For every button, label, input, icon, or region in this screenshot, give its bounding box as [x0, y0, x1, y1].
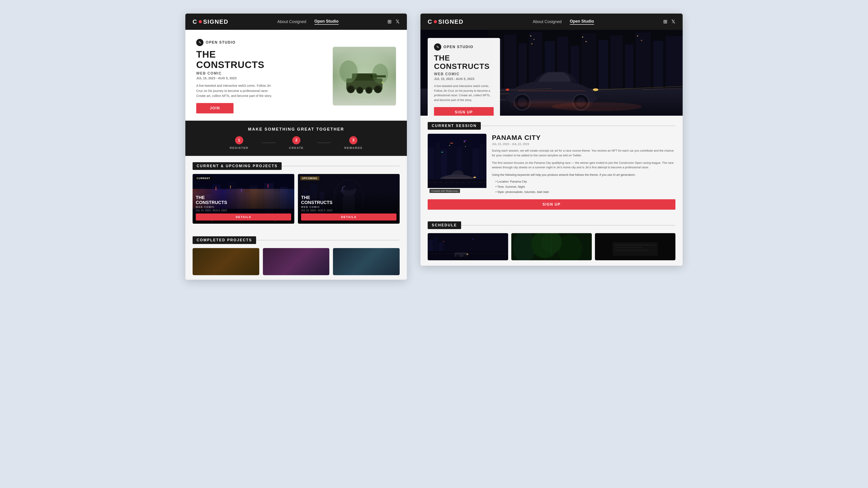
left-join-button[interactable]: JOIN — [196, 103, 234, 113]
schedule-header-label: SCHEDULE — [428, 221, 461, 229]
svg-rect-61 — [530, 35, 531, 36]
right-signup-button[interactable]: SIGN UP — [434, 107, 494, 116]
projects-section-header: CURRENT & UPCOMING PROJECTS — [193, 162, 400, 170]
svg-rect-92 — [464, 140, 466, 141]
svg-rect-124 — [615, 245, 655, 246]
left-discord-icon[interactable]: ⊞ — [388, 19, 392, 25]
left-hero-section: ✎ OPEN STUDIO THE CONSTRUCTS WEB COMIC J… — [185, 30, 407, 121]
right-badge-icon: ✎ — [434, 43, 441, 51]
right-hero-dates: JUL 15, 2023 - AUG 5, 2023 — [434, 77, 494, 80]
right-logo[interactable]: CSIGNED — [428, 18, 463, 25]
session-content: Created with Midjourney PANAMA CITY JUL … — [428, 134, 675, 195]
completed-header-line — [256, 240, 400, 240]
step-2-circle: 2 — [292, 136, 301, 144]
right-hero-description: A live-tweeted and interactive web3 comi… — [434, 84, 494, 103]
session-keyword-1: Location: Panama City — [495, 179, 675, 184]
svg-rect-48 — [504, 34, 517, 93]
svg-rect-91 — [450, 143, 453, 143]
open-studio-badge: ✎ OPEN STUDIO — [196, 39, 327, 46]
svg-rect-96 — [465, 146, 466, 147]
schedule-1-svg — [428, 233, 508, 260]
card2-details-button[interactable]: DETAILS — [301, 214, 397, 221]
svg-rect-60 — [665, 36, 683, 93]
svg-point-75 — [593, 88, 598, 91]
svg-point-42 — [341, 181, 357, 190]
right-studio-link[interactable]: Open Studio — [570, 19, 594, 25]
svg-rect-26 — [216, 187, 216, 190]
schedule-card-1 — [428, 233, 508, 260]
left-nav-links: About Cosigned Open Studio — [277, 19, 339, 25]
session-desc-2: The first session focuses on the Panama … — [492, 161, 675, 170]
svg-rect-59 — [653, 41, 663, 93]
steps-title: MAKE SOMETHING GREAT TOGETHER — [248, 127, 344, 132]
step-3-label: REWARDS — [344, 146, 362, 150]
svg-rect-56 — [610, 35, 623, 93]
step-connector-1 — [262, 142, 276, 143]
current-session-line — [481, 126, 675, 126]
left-browser-window: CSIGNED About Cosigned Open Studio ⊞ 𝕏 ✎… — [185, 13, 407, 280]
projects-grid: CURRENT THE CONSTRUCTS WEB COMIC JUL 15,… — [185, 174, 407, 230]
step-3-circle: 3 — [349, 136, 358, 144]
left-about-link[interactable]: About Cosigned — [277, 20, 306, 24]
svg-rect-113 — [443, 241, 444, 241]
right-hero-section: ✎ OPEN STUDIO THE CONSTRUCTS WEB COMIC J… — [421, 30, 683, 116]
svg-rect-114 — [472, 239, 473, 239]
svg-point-6 — [366, 87, 372, 93]
right-navbar: CSIGNED About Cosigned Open Studio ⊞ 𝕏 — [421, 13, 683, 30]
svg-point-99 — [473, 177, 476, 178]
card2-tag: UPCOMING — [300, 176, 319, 180]
projects-header-label: CURRENT & UPCOMING PROJECTS — [193, 162, 282, 170]
card1-dates: JUL 15, 2023 - AUG 5, 2023 — [196, 209, 291, 212]
card2-type: WEB COMIC — [301, 205, 397, 208]
schedule-2-svg — [511, 233, 592, 260]
svg-rect-67 — [641, 40, 642, 41]
session-image-svg — [428, 134, 487, 188]
step-2-label: CREATE — [289, 146, 304, 150]
schedule-3-svg — [595, 233, 675, 260]
svg-rect-28 — [241, 189, 242, 192]
card1-details-button[interactable]: DETAILS — [196, 214, 291, 221]
right-twitter-icon[interactable]: 𝕏 — [671, 19, 675, 25]
tank-svg — [337, 54, 392, 99]
svg-rect-94 — [449, 145, 450, 146]
svg-rect-55 — [598, 40, 608, 93]
right-badge-text: OPEN STUDIO — [443, 45, 473, 49]
step-2-item: 2 CREATE — [289, 136, 304, 150]
svg-rect-29 — [268, 184, 268, 188]
svg-point-111 — [467, 254, 468, 255]
card1-content: THE CONSTRUCTS WEB COMIC JUL 15, 2023 - … — [193, 192, 294, 224]
svg-rect-58 — [636, 33, 651, 93]
left-hero-image — [333, 47, 396, 105]
current-session-section: Created with Midjourney PANAMA CITY JUL … — [421, 134, 683, 215]
right-about-link[interactable]: About Cosigned — [533, 20, 562, 24]
project-card-2: UPCOMING THE CONSTRUCTS WEB COMIC JUL 15… — [298, 174, 400, 224]
session-image-caption: Created with Midjourney — [430, 189, 460, 193]
left-hero-content: ✎ OPEN STUDIO THE CONSTRUCTS WEB COMIC J… — [196, 39, 327, 113]
schedule-header-line — [461, 225, 675, 225]
left-logo[interactable]: CSIGNED — [193, 18, 228, 25]
step-1-item: 1 REGISTER — [230, 136, 248, 150]
svg-point-10 — [372, 64, 388, 84]
right-discord-icon[interactable]: ⊞ — [663, 19, 667, 25]
right-badge: ✎ OPEN STUDIO — [434, 43, 494, 51]
completed-card-2 — [263, 248, 330, 275]
right-nav-icons: ⊞ 𝕏 — [663, 19, 675, 25]
completed-projects-grid — [185, 248, 407, 280]
session-keyword-2: Time: Summer, Night — [495, 184, 675, 189]
svg-point-109 — [456, 255, 460, 258]
step-3-item: 3 REWARDS — [344, 136, 362, 150]
svg-rect-54 — [582, 33, 596, 93]
left-studio-link[interactable]: Open Studio — [314, 19, 339, 25]
right-hero-card: ✎ OPEN STUDIO THE CONSTRUCTS WEB COMIC J… — [428, 38, 500, 116]
session-signup-button[interactable]: SIGN UP — [428, 199, 675, 210]
schedule-section — [421, 233, 683, 266]
session-desc-1: During each session, we will create conc… — [492, 149, 675, 158]
svg-rect-63 — [531, 43, 532, 44]
session-image: Created with Midjourney — [428, 134, 487, 195]
left-twitter-icon[interactable]: 𝕏 — [396, 19, 400, 25]
card1-title: THE CONSTRUCTS — [196, 195, 291, 205]
completed-card-3 — [333, 248, 400, 275]
card1-type: WEB COMIC — [196, 205, 291, 208]
svg-rect-125 — [615, 247, 642, 248]
svg-rect-126 — [615, 250, 649, 251]
